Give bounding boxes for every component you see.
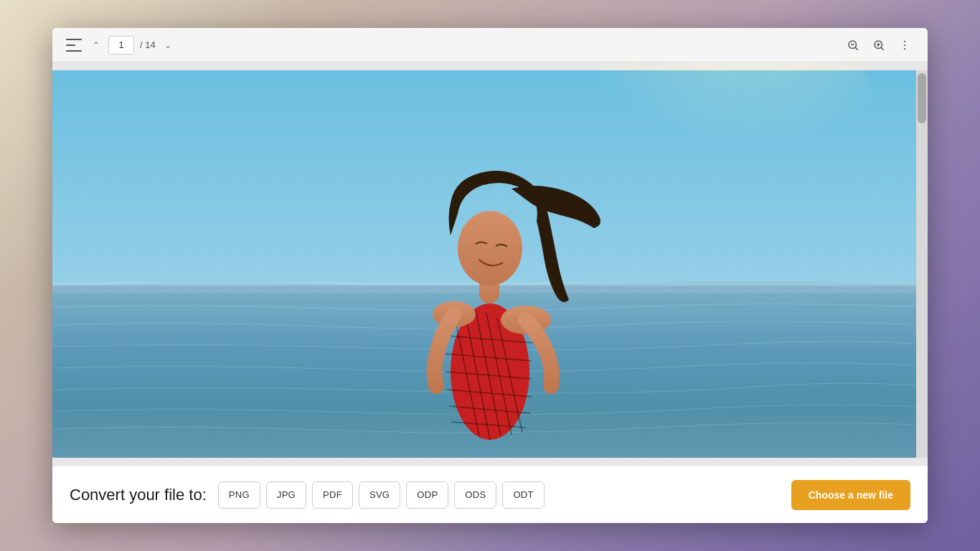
svg-rect-31 [918,73,926,123]
image-preview-area [52,62,928,466]
toolbar-right [842,34,916,57]
more-options-button[interactable] [893,34,916,57]
zoom-in-button[interactable] [867,34,890,57]
format-pdf-button[interactable]: PDF [312,481,353,509]
bottom-bar: Convert your file to: PNG JPG PDF SVG OD… [52,466,928,523]
sidebar-toggle-button[interactable] [64,37,84,53]
page-number-input[interactable] [108,36,134,55]
svg-line-2 [855,47,857,50]
svg-line-6 [881,47,883,50]
format-odp-button[interactable]: ODP [406,481,448,509]
svg-point-7 [904,40,905,42]
page-total-label: / 14 [140,39,156,50]
format-svg-button[interactable]: SVG [359,481,400,509]
choose-new-file-button[interactable]: Choose a new file [791,480,910,510]
format-ods-button[interactable]: ODS [454,481,496,509]
toolbar: ⌃ / 14 ⌄ [52,28,928,62]
svg-rect-30 [916,70,928,458]
toolbar-left: ⌃ / 14 ⌄ [64,36,842,55]
nav-down-button[interactable]: ⌄ [161,38,174,52]
svg-point-29 [458,211,522,286]
format-jpg-button[interactable]: JPG [266,481,306,509]
format-png-button[interactable]: PNG [218,481,260,509]
nav-up-button[interactable]: ⌃ [90,38,103,52]
preview-image [52,62,928,466]
zoom-out-button[interactable] [842,34,864,57]
convert-label: Convert your file to: [70,486,207,504]
format-odt-button[interactable]: ODT [502,481,544,509]
format-buttons: PNG JPG PDF SVG ODP ODS ODT [218,481,545,509]
svg-point-9 [904,48,905,50]
viewer-window: ⌃ / 14 ⌄ [52,28,928,523]
svg-point-8 [904,44,905,45]
